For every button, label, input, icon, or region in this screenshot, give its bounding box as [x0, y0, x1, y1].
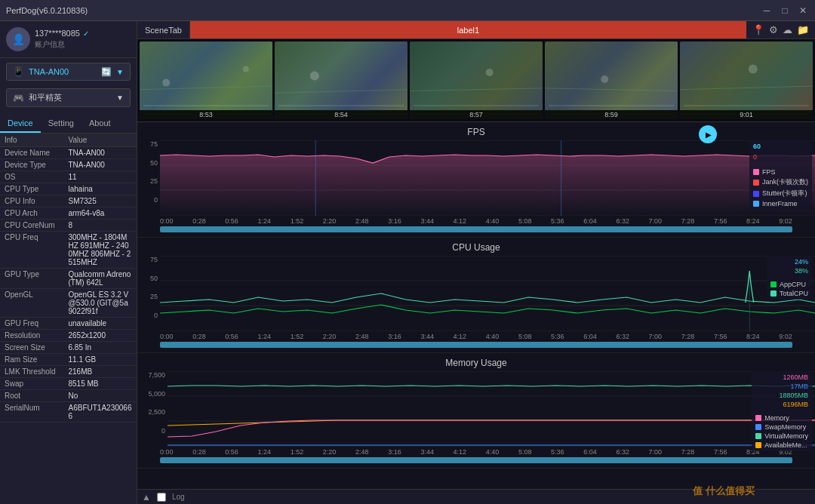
- label1-bar: label1: [190, 21, 746, 38]
- screenshot-1[interactable]: 8:54: [275, 41, 408, 119]
- memory-chart-area: 1260MB 17MB 18805MB 6196MB Memory: [168, 371, 815, 447]
- scene-tabbar: SceneTab label1 📍 ⚙ ☁ 📁: [137, 21, 815, 39]
- screenshot-img-4: [680, 41, 813, 110]
- fps-y-axis: 75 50 25 0: [137, 140, 160, 216]
- table-header: Info Value: [0, 134, 137, 147]
- cpu-legend-total: TotalCPU: [770, 290, 808, 297]
- memory-legend-avail: AvailableMe...: [755, 441, 808, 449]
- memory-legend-mem: Memory: [755, 414, 808, 422]
- table-row: Swap8515 MB: [0, 378, 137, 390]
- table-row: GPU Frequnavailable: [0, 318, 137, 330]
- tab-device[interactable]: Device: [0, 115, 41, 133]
- scene-icons: 📍 ⚙ ☁ 📁: [746, 24, 815, 35]
- collapse-icon[interactable]: ▲: [142, 492, 151, 502]
- cpu-chart-area: 24% 38% AppCPU TotalCPU: [160, 256, 815, 331]
- table-row: CPU Freq300MHZ - 1804MHZ 691MHZ - 2400MH…: [0, 232, 137, 269]
- memory-legend-virtual: VirtualMemory: [755, 432, 808, 440]
- settings-icon[interactable]: ⚙: [769, 24, 778, 35]
- log-checkbox[interactable]: [157, 493, 166, 502]
- svg-point-4: [310, 72, 319, 81]
- svg-point-2: [243, 66, 249, 72]
- verified-icon: ✓: [83, 29, 89, 38]
- table-row: Resolution2652x1200: [0, 330, 137, 342]
- cpu-chart-wrapper: 75 50 25 0: [137, 256, 815, 331]
- memory-svg: [168, 371, 815, 447]
- cpu-scrollbar-thumb[interactable]: [160, 342, 792, 348]
- fps-chart-container: FPS ▶ 75 50 25 0: [137, 122, 815, 238]
- svg-point-10: [749, 64, 758, 73]
- cpu-scrollbar[interactable]: [160, 342, 792, 348]
- table-row: LMK Threshold216MB: [0, 366, 137, 378]
- cpu-chart-title: CPU Usage: [137, 242, 815, 253]
- memory-scrollbar-thumb[interactable]: [160, 457, 792, 463]
- fps-legend-dot: [753, 169, 759, 175]
- svg-line-7: [410, 88, 543, 91]
- fps-legend-stutter: Stutter(卡顿率): [753, 189, 808, 198]
- screenshots-strip: 8:53 8:54 8:57: [137, 39, 815, 122]
- fps-legend-inner: InnerFrame: [753, 200, 808, 207]
- maximize-button[interactable]: □: [779, 5, 791, 17]
- device-dropdown-icon[interactable]: ▼: [116, 68, 124, 76]
- svg-point-1: [162, 79, 170, 87]
- swap-val: 17MB: [755, 383, 808, 390]
- fps-chart-wrapper: 75 50 25 0: [137, 140, 815, 216]
- screenshot-0[interactable]: 8:53: [140, 41, 272, 119]
- game-dropdown-icon[interactable]: ▼: [116, 94, 124, 102]
- table-row: Ram Size11.1 GB: [0, 354, 137, 366]
- memory-scrollbar[interactable]: [160, 457, 792, 463]
- screenshot-time-3: 8:59: [545, 110, 678, 119]
- tab-setting[interactable]: Setting: [41, 115, 82, 133]
- user-sub: 账户信息: [35, 39, 131, 50]
- scene-tab-label[interactable]: SceneTab: [137, 21, 190, 38]
- screenshot-2[interactable]: 8:57: [410, 41, 543, 119]
- log-label: Log: [172, 493, 185, 501]
- virtual-val: 18805MB: [755, 392, 808, 399]
- app-title: PerfDog(v6.0.210836): [6, 6, 761, 15]
- svg-rect-0: [140, 41, 272, 110]
- titlebar: PerfDog(v6.0.210836) ─ □ ✕: [0, 0, 815, 21]
- fps-svg: [160, 140, 815, 216]
- table-row: Screen Size6.85 In: [0, 342, 137, 354]
- table-row: OS11: [0, 171, 137, 183]
- fps-scrollbar-thumb[interactable]: [160, 226, 792, 232]
- fps-scrollbar[interactable]: [160, 226, 792, 232]
- cpu-pct-app: 24%: [770, 258, 808, 266]
- cpu-svg: [160, 256, 815, 331]
- window-controls[interactable]: ─ □ ✕: [761, 5, 809, 17]
- cpu-x-axis: 0:000:280:561:241:522:202:483:163:444:12…: [137, 331, 815, 342]
- screenshot-4[interactable]: 9:01: [680, 41, 813, 119]
- table-row: CPU Archarm64-v8a: [0, 207, 137, 220]
- cpu-pct-total: 38%: [770, 267, 808, 275]
- game-icon: 🎮: [13, 93, 24, 103]
- screenshot-3[interactable]: 8:59: [545, 41, 678, 119]
- fps-legend-fps: FPS: [753, 168, 808, 176]
- play-button[interactable]: ▶: [699, 125, 717, 143]
- screenshot-img-3: [545, 41, 678, 110]
- svg-point-8: [601, 75, 608, 83]
- screenshot-time-4: 9:01: [680, 110, 813, 119]
- memory-chart-wrapper: 7,500 5,000 2,500 0: [137, 371, 815, 447]
- minimize-button[interactable]: ─: [761, 5, 773, 17]
- close-button[interactable]: ✕: [797, 5, 809, 17]
- cpu-chart-container: CPU Usage 75 50 25 0: [137, 238, 815, 353]
- username: 137****8085 ✓: [35, 29, 131, 38]
- cloud-icon: ☁: [783, 24, 792, 35]
- memory-x-axis: 0:000:280:561:241:522:202:483:163:444:12…: [137, 447, 815, 457]
- innerframe-legend-dot: [753, 201, 759, 207]
- play-icon: ▶: [706, 131, 712, 139]
- screenshot-time-1: 8:54: [275, 110, 408, 119]
- device-selector[interactable]: 📱 TNA-AN00 🔄 ▼: [6, 63, 131, 81]
- location-icon: 📍: [752, 24, 764, 35]
- game-selector[interactable]: 🎮 和平精英 ▼: [6, 88, 131, 107]
- table-row: CPU Typelahaina: [0, 183, 137, 195]
- memory-dot: [755, 415, 761, 421]
- avail-val: 6196MB: [755, 401, 808, 408]
- virtual-dot: [755, 433, 761, 439]
- memory-legend: 1260MB 17MB 18805MB 6196MB Memory: [752, 371, 812, 451]
- memory-legend-swap: SwapMemory: [755, 423, 808, 431]
- totalcpu-dot: [770, 290, 777, 297]
- refresh-icon[interactable]: 🔄: [101, 67, 112, 77]
- tab-about[interactable]: About: [82, 115, 118, 133]
- user-info: 137****8085 ✓ 账户信息: [35, 29, 131, 50]
- fps-chart-area: 60 0 FPS Jank(卡顿次数): [160, 140, 815, 216]
